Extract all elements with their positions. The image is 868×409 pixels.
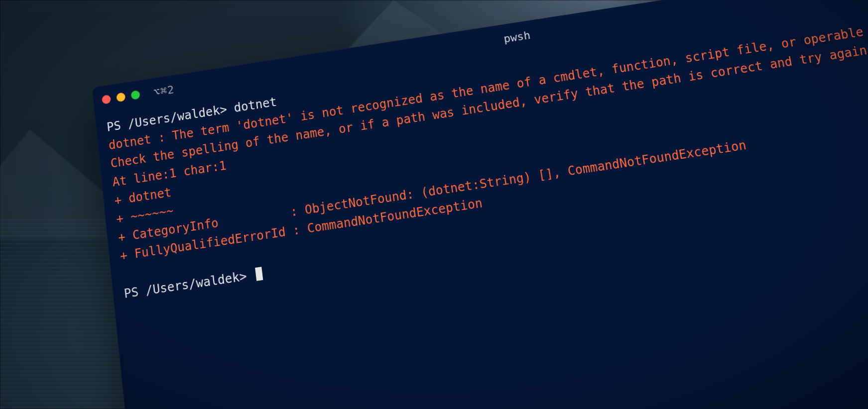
prompt: PS /Users/waldek> (124, 269, 248, 301)
window-title: pwsh (503, 29, 531, 45)
error-line: + dotnet (114, 185, 172, 207)
terminal-window[interactable]: ⌥⌘2 pwsh PS /Users/waldek> dotnet dotnet… (92, 0, 868, 409)
cursor-block-icon (255, 267, 263, 281)
zoom-icon[interactable] (130, 90, 140, 100)
typed-command: dotnet (233, 95, 277, 115)
error-line: + ~~~~~~ (116, 204, 174, 226)
minimize-icon[interactable] (116, 92, 125, 102)
close-icon[interactable] (102, 95, 111, 104)
window-traffic-lights (102, 90, 140, 104)
window-shortcut-label: ⌥⌘2 (153, 83, 175, 99)
